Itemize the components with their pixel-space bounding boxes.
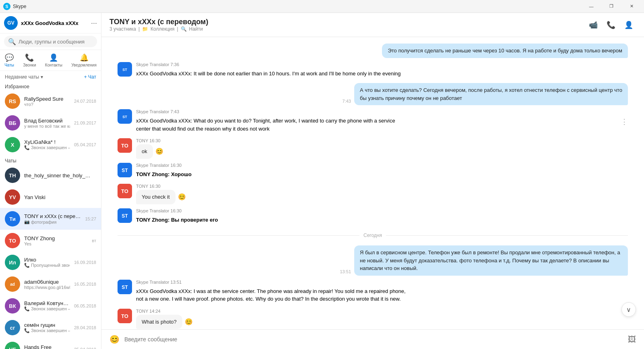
message-row: TO TONY 16:30 You check it 😊: [118, 184, 628, 204]
avatar: TO: [118, 184, 132, 198]
scroll-to-bottom-button[interactable]: ∨: [621, 302, 636, 317]
chats-section-label: Чаты: [0, 156, 101, 164]
message-bubble: Это получится сделать не раньше чем чере…: [382, 44, 628, 58]
add-participant-button[interactable]: 👤: [621, 18, 636, 32]
chat-preview: 📞 Звонок завершен — 2...: [24, 306, 70, 312]
message-bubble: Я был в сервисном центре. Телефон уже бы…: [354, 245, 628, 276]
tab-notifications[interactable]: 🔔 Уведомления: [68, 52, 100, 69]
svg-text:ST: ST: [122, 115, 127, 119]
window-controls: — ❐ ✕: [582, 0, 641, 13]
contacts-tab-icon: 👤: [49, 53, 58, 62]
list-item[interactable]: ad adam06unique https://www.goo.gl/16wPY…: [0, 273, 101, 295]
minimize-button[interactable]: —: [582, 0, 601, 13]
message-content: А что вы хотите сделать? Сегодня вечером…: [354, 83, 628, 105]
list-item[interactable]: сг семён гущин 📞 Звонок завершен — 5... …: [0, 317, 101, 339]
chat-time: вт: [92, 238, 96, 243]
list-item[interactable]: HF Hands Free один класс лайфтайм 25.04.…: [0, 339, 101, 349]
list-item[interactable]: Ил Илко 📞 Пропущенный звонок 16.09.2018: [0, 251, 101, 273]
chats-tab-icon: 💬: [5, 53, 14, 62]
avatar: ST: [118, 163, 132, 177]
list-item[interactable]: TO TONY Zhong Yes вт: [0, 230, 101, 251]
contacts-tab-label: Контакты: [45, 63, 62, 67]
message-input[interactable]: [124, 336, 623, 343]
chat-header-title: TONY и хXXх (с переводом) 3 участника | …: [109, 18, 581, 32]
avatar: X: [5, 137, 20, 152]
avatar: RS: [5, 93, 20, 109]
message-content: Skype Translator 7:43 хXXх GoodVodka хXX…: [136, 109, 410, 134]
chat-name: the_holy_sinner the_holy_sinner: [24, 172, 92, 179]
avatar: ST: [118, 62, 132, 77]
more-options-icon[interactable]: ⋮: [621, 117, 628, 126]
chat-name: adam06unique: [24, 279, 70, 285]
find-icon: 🔍: [181, 26, 187, 32]
chat-preview: у меня то всё так же как...: [24, 124, 70, 129]
list-item[interactable]: ВБ Влад Беговский у меня то всё так же к…: [0, 112, 101, 134]
avatar: ВБ: [5, 115, 20, 131]
chat-info: Илко 📞 Пропущенный звонок: [24, 257, 70, 268]
svg-text:TO: TO: [121, 313, 128, 319]
day-divider: Сегодня: [118, 233, 628, 238]
list-item[interactable]: YV Yan Viski: [0, 186, 101, 208]
message-content: Skype Translator 16:30 TONY Zhong: Вы пр…: [136, 208, 218, 226]
attach-button[interactable]: 🖼: [628, 335, 636, 344]
message-bubble: ok: [136, 144, 153, 159]
find-label: Найти: [189, 26, 203, 32]
calls-tab-icon: 📞: [25, 53, 34, 62]
avatar: TO: [118, 309, 132, 323]
chat-time: 24.07.2018: [74, 99, 96, 104]
list-item[interactable]: ВК Валерий Ковтунов, Илко 📞 Звонок завер…: [0, 295, 101, 317]
sidebar: GV хXXх GoodVodka хXXх ··· 🔍 💬 Чаты 📞 Зв…: [0, 13, 101, 349]
user-avatar: GV: [4, 16, 18, 30]
new-chat-button[interactable]: + Чат: [84, 74, 96, 80]
emoji-button[interactable]: 😊: [109, 334, 120, 344]
message-bubble-row: What is photo? 😊: [136, 315, 193, 329]
message-bubble: You check it: [136, 190, 175, 204]
messages-area[interactable]: Это получится сделать не раньше чем чере…: [101, 37, 644, 329]
message-sender-time: Skype Translator 16:30: [136, 208, 218, 213]
avatar: HF: [5, 342, 20, 349]
message-bubble: TONY Zhong: Хорошо: [136, 169, 192, 180]
message-content: TONY 16:30 You check it 😊: [136, 184, 186, 204]
title-bar: S Skype — ❐ ✕: [0, 0, 644, 13]
svg-text:ST: ST: [122, 68, 127, 72]
restore-button[interactable]: ❐: [602, 0, 621, 13]
video-call-button[interactable]: 📹: [586, 18, 601, 32]
recent-chats-header: Недавние чаты ▾ + Чат: [0, 71, 101, 81]
search-wrapper: 🔍: [4, 36, 97, 47]
tab-chats[interactable]: 💬 Чаты: [1, 52, 17, 69]
chat-preview: 📞 Звонок завершен — 4...: [24, 145, 70, 150]
list-item[interactable]: Ти TONY и хXXх (с переводом) 📷 фотографи…: [0, 208, 101, 230]
emoji-icon: 😊: [185, 318, 193, 326]
avatar: TO: [5, 233, 20, 248]
avatar: Ти: [5, 211, 20, 226]
message-row: Это получится сделать не раньше чем чере…: [118, 44, 628, 58]
message-sender-time: TONY 16:30: [136, 184, 186, 189]
message-content: TONY 16:30 ok 😊: [136, 138, 163, 159]
search-input[interactable]: [19, 39, 93, 45]
avatar: ST: [118, 208, 132, 223]
chat-preview: что?: [24, 102, 70, 107]
audio-call-button[interactable]: 📞: [604, 18, 618, 32]
tab-calls[interactable]: 📞 Звонки: [20, 52, 39, 69]
message-bubble-row: You check it 😊: [136, 190, 186, 204]
list-item[interactable]: RS RallySpeed Sure что? 24.07.2018: [0, 90, 101, 112]
header-actions: 📹 📞 👤: [586, 18, 636, 32]
message-time: 7:43: [343, 99, 351, 104]
photo-icon: 📷: [24, 219, 30, 224]
chat-preview: Yes: [24, 241, 88, 246]
message-content: TONY 14:24 What is photo? 😊: [136, 309, 193, 329]
avatar: TH: [5, 168, 20, 183]
chats-tab-label: Чаты: [4, 63, 14, 67]
list-item[interactable]: X XyLiGaNka* ! 📞 Звонок завершен — 4... …: [0, 134, 101, 156]
list-item[interactable]: TH the_holy_sinner the_holy_sinner: [0, 164, 101, 186]
chat-name: RallySpeed Sure: [24, 96, 70, 102]
svg-text:ST: ST: [122, 213, 128, 219]
calls-tab-label: Звонки: [23, 63, 36, 67]
chat-info: Валерий Ковтунов, Илко 📞 Звонок завершен…: [24, 300, 70, 312]
app-title: S Skype: [3, 3, 582, 10]
tab-contacts[interactable]: 👤 Контакты: [42, 52, 66, 69]
app-body: GV хXXх GoodVodka хXXх ··· 🔍 💬 Чаты 📞 Зв…: [0, 13, 644, 349]
close-button[interactable]: ✕: [622, 0, 641, 13]
user-menu-dots-icon[interactable]: ···: [91, 19, 97, 27]
user-name-label: хXXх GoodVodka хXXх: [21, 20, 88, 26]
